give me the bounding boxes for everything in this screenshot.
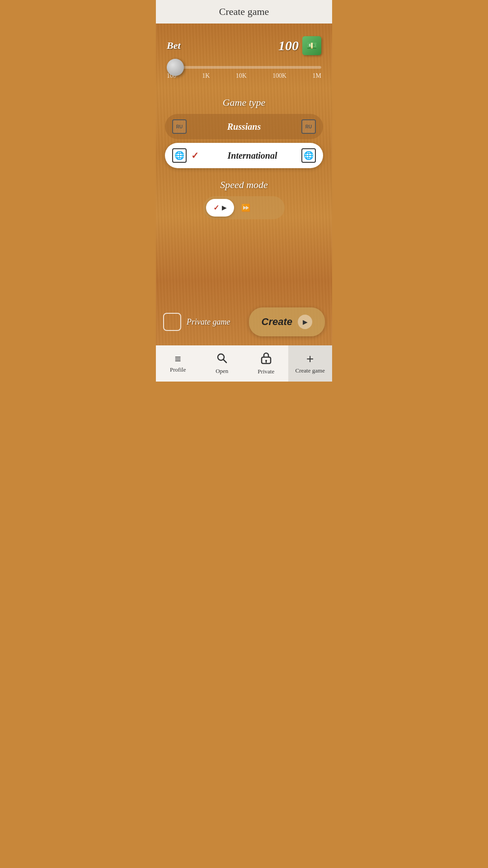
speed-container: ✓ ▶ ⏩: [163, 196, 325, 219]
create-btn-play-icon: ▶: [298, 315, 312, 329]
bottom-nav: ≡ Profile Open Private + Create game: [156, 345, 332, 382]
slider-label-10k: 10K: [236, 72, 247, 80]
slider-label-1k: 1K: [202, 72, 210, 80]
private-game-area: Private game: [163, 313, 230, 331]
game-type-label: Game type: [163, 97, 325, 108]
private-game-label: Private game: [187, 317, 230, 327]
lock-icon: [260, 352, 272, 366]
nav-private-label: Private: [258, 368, 274, 375]
speed-normal-play-icon: ▶: [222, 204, 227, 212]
speed-toggle: ✓ ▶ ⏩: [203, 196, 285, 219]
header: Create game: [156, 0, 332, 24]
speed-fast-icon: ⏩: [241, 203, 250, 212]
russians-icon-left: RU: [172, 119, 187, 134]
international-label: International: [203, 151, 301, 161]
slider-labels: 100 1K 10K 100K 1M: [167, 72, 321, 80]
bet-section: Bet 100 💵 100 1K 10K 100K 1M: [163, 31, 325, 86]
nav-open-label: Open: [216, 368, 228, 375]
nav-create-game-label: Create game: [296, 367, 325, 374]
nav-profile-label: Profile: [170, 366, 186, 373]
slider-label-1m: 1M: [313, 72, 321, 80]
international-check: ✓: [191, 150, 199, 161]
nav-open[interactable]: Open: [200, 345, 244, 382]
speed-normal-check: ✓: [213, 203, 219, 212]
bet-value-area: 100 💵: [278, 36, 321, 55]
bet-label: Bet: [167, 40, 181, 52]
bet-slider[interactable]: 100 1K 10K 100K 1M: [167, 66, 321, 80]
create-button[interactable]: Create ▶: [249, 307, 325, 336]
plus-icon: +: [306, 353, 314, 365]
international-icon-right: 🌐: [301, 148, 316, 163]
speed-fast-btn[interactable]: ⏩: [234, 199, 258, 217]
game-type-international[interactable]: 🌐 ✓ International 🌐: [165, 143, 323, 168]
russians-label: Russians: [187, 122, 301, 132]
bottom-controls: Private game Create ▶: [156, 300, 332, 345]
page-title: Create game: [219, 6, 269, 18]
game-type-section: Game type RU Russians RU 🌐 ✓ Internation…: [163, 97, 325, 168]
speed-mode-section: Speed mode ✓ ▶ ⏩: [163, 179, 325, 219]
money-icon: 💵: [302, 36, 321, 55]
slider-label-100k: 100K: [272, 72, 286, 80]
bet-value: 100: [278, 38, 299, 53]
bet-header: Bet 100 💵: [167, 36, 321, 55]
search-icon: [216, 352, 228, 366]
russians-icon-right: RU: [301, 119, 316, 134]
nav-profile[interactable]: ≡ Profile: [156, 345, 200, 382]
svg-line-1: [224, 360, 227, 363]
nav-create-game[interactable]: + Create game: [288, 345, 333, 382]
speed-normal-btn[interactable]: ✓ ▶: [206, 199, 234, 217]
speed-mode-label: Speed mode: [163, 179, 325, 191]
private-game-checkbox[interactable]: [163, 313, 181, 331]
profile-icon: ≡: [175, 354, 181, 364]
game-type-russians[interactable]: RU Russians RU: [165, 114, 323, 139]
slider-track: [167, 66, 321, 69]
slider-thumb[interactable]: [167, 59, 184, 76]
main-content: Bet 100 💵 100 1K 10K 100K 1M: [156, 24, 332, 345]
international-icon-left: 🌐: [172, 148, 187, 163]
create-btn-text: Create: [262, 316, 292, 328]
game-type-container: RU Russians RU 🌐 ✓ International 🌐: [165, 114, 323, 168]
nav-private[interactable]: Private: [244, 345, 288, 382]
